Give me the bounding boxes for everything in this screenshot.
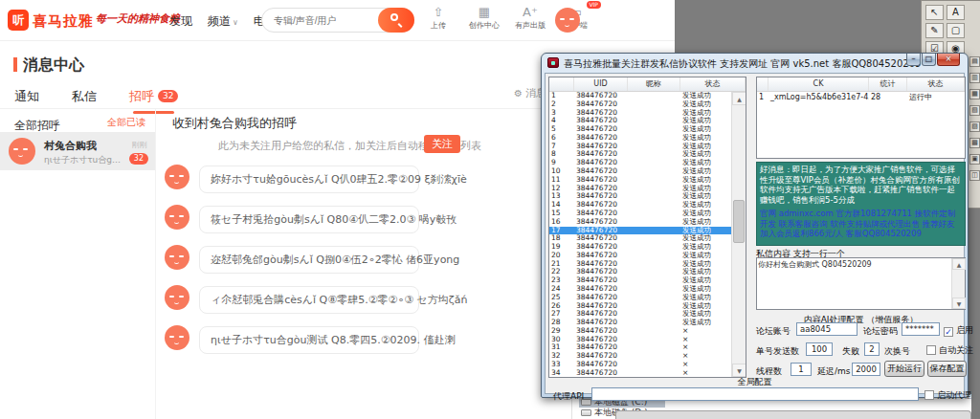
image-tool-icon[interactable]: ▩ <box>969 138 980 148</box>
uid-row[interactable]: 11384476720发送成功 <box>549 176 731 185</box>
uid-row[interactable]: 4384476720发送成功 <box>549 117 731 125</box>
menu-tool-icon[interactable]: ▨ <box>969 121 980 132</box>
creation-center-icon: ▦ <box>467 4 501 20</box>
uid-row[interactable]: 27384476720发送成功 <box>549 310 731 319</box>
uid-row[interactable]: 33384476720× <box>549 361 731 369</box>
uid-row[interactable]: 8384476720发送成功 <box>549 150 731 159</box>
enable-checkbox[interactable]: ✓启用 <box>944 324 973 337</box>
uid-row[interactable]: 22384476720发送成功 <box>549 268 731 276</box>
combo-tool-icon[interactable]: ▥ <box>969 73 980 83</box>
action-upload[interactable]: ⇧上传 <box>421 4 456 31</box>
uid-list-scrollbar[interactable]: ▲ ▼ <box>731 92 746 377</box>
cell-status: 发送成功 <box>680 125 731 134</box>
proxy-checkbox[interactable]: 启动代理 <box>924 389 971 402</box>
uid-row[interactable]: 3384476720发送成功 <box>549 109 731 118</box>
minimize-icon[interactable]: – <box>906 54 921 66</box>
uid-row[interactable]: 31384476720× <box>549 343 731 352</box>
uid-list-header[interactable]: UID昵称状态 <box>549 77 746 92</box>
follow-button[interactable]: 关注 <box>424 135 460 153</box>
timer-tool-icon[interactable]: ▣ <box>969 154 980 165</box>
fail-count-input[interactable] <box>864 342 880 356</box>
uid-row[interactable]: 5384476720发送成功 <box>549 125 731 134</box>
forum-password-input[interactable] <box>902 322 940 336</box>
uid-row[interactable]: 1384476720发送成功 <box>549 92 731 100</box>
promo-contact-text: 官网 adminxc.com 官方群1081274711 接软件定制开发 联系客… <box>760 209 962 239</box>
uid-row[interactable]: 26384476720发送成功 <box>549 302 731 311</box>
checkbox-icon: ✓ <box>944 327 953 337</box>
uid-row[interactable]: 20384476720发送成功 <box>549 252 731 260</box>
search-button[interactable] <box>378 8 414 33</box>
ck-row[interactable]: 1_xmLog=h5&4b6e31e7-4...28运行中 <box>757 92 965 102</box>
action-creation-center[interactable]: ▦创作中心 <box>467 4 501 31</box>
frame-tool-icon[interactable]: ▢ <box>947 23 965 38</box>
save-config-button[interactable]: 保存配置 <box>927 361 967 377</box>
maximize-icon[interactable]: □ <box>922 54 936 66</box>
uid-row[interactable]: 32384476720× <box>549 352 731 361</box>
delay-input[interactable] <box>852 363 880 376</box>
scrollbar-thumb[interactable] <box>733 200 745 243</box>
tab-tool-icon[interactable]: ▧ <box>969 105 980 116</box>
grid-tool-icon[interactable]: ▦ <box>969 89 980 99</box>
search-input[interactable] <box>274 12 374 28</box>
edit-tool-icon[interactable]: ✎ <box>925 23 944 38</box>
uid-row[interactable]: 17384476720发送成功 <box>549 227 731 235</box>
uid-row[interactable]: 10384476720发送成功 <box>549 167 731 176</box>
mark-all-read-link[interactable]: 全部已读 <box>107 116 145 129</box>
uid-row[interactable]: 13384476720发送成功 <box>549 192 731 201</box>
scroll-down-icon[interactable]: ▼ <box>952 298 966 309</box>
auto-follow-checkbox[interactable]: 自动关注 <box>926 344 973 357</box>
conversation-item[interactable]: 村兔合购我 刚刚 ηιせ子ホ寸τu合gòu测试 Q… 32 <box>0 132 155 170</box>
threads-input[interactable] <box>791 363 812 376</box>
uid-row[interactable]: 9384476720发送成功 <box>549 159 731 167</box>
conversation-sidebar: 全部招呼 全部已读 村兔合购我 刚刚 ηιせ子ホ寸τu合gòu测试 Q… 32 <box>0 109 156 419</box>
uid-row[interactable]: 2384476720发送成功 <box>549 100 731 109</box>
uid-row[interactable]: 25384476720发送成功 <box>549 294 731 302</box>
start-button[interactable]: 开始运行 <box>884 361 924 377</box>
scroll-up-icon[interactable]: ▲ <box>732 92 746 105</box>
ximalaya-logo-text[interactable]: 喜马拉雅 <box>33 12 94 31</box>
proxy-api-input[interactable] <box>591 387 919 401</box>
uid-row[interactable]: 29384476720× <box>549 327 731 336</box>
forum-account-input[interactable] <box>796 322 858 336</box>
cell-index: 25 <box>549 294 574 302</box>
scroll-down-icon[interactable]: ▼ <box>732 364 746 377</box>
uid-row[interactable]: 30384476720× <box>549 336 731 344</box>
nav-item-发现[interactable]: 发现 <box>169 13 192 30</box>
ck-list-header[interactable]: CK统计状态 <box>757 77 965 92</box>
cell-uid: 384476720 <box>574 336 628 344</box>
search-box <box>261 8 414 33</box>
list-tool-icon[interactable]: ▤ <box>969 56 980 67</box>
dialog-titlebar[interactable]: 喜马拉雅批量关注群发私信协议软件 支持发网址 官网 vk5.net 客服QQ80… <box>542 54 968 73</box>
nav-item-频道[interactable]: 频道∨ <box>208 13 238 30</box>
uid-row[interactable]: 24384476720发送成功 <box>549 285 731 294</box>
user-avatar[interactable] <box>555 8 580 33</box>
ximalaya-logo-icon[interactable]: 听 <box>8 10 29 31</box>
uid-row[interactable]: 14384476720发送成功 <box>549 201 731 210</box>
data-tool-icon[interactable]: ◫ <box>969 170 980 181</box>
private-message-input[interactable]: 你好村兔合购测式 Q804520209 <box>758 259 949 308</box>
uid-row[interactable]: 16384476720发送成功 <box>549 218 731 227</box>
scroll-up-icon[interactable]: ▲ <box>952 258 966 270</box>
vip-badge: VIP <box>587 1 602 9</box>
uid-row[interactable]: 7384476720发送成功 <box>549 143 731 151</box>
uid-row[interactable]: 19384476720发送成功 <box>549 243 731 252</box>
message-scrollbar[interactable]: ▲ ▼ <box>951 258 965 309</box>
uid-row[interactable]: 15384476720发送成功 <box>549 210 731 218</box>
cell-index: 31 <box>549 343 574 352</box>
action-audio-publish[interactable]: A⁺有声出版 <box>513 4 547 31</box>
cell-nick <box>628 285 680 294</box>
uid-row[interactable]: 18384476720发送成功 <box>549 234 731 243</box>
background-window-edge <box>615 410 971 419</box>
uid-row[interactable]: 6384476720发送成功 <box>549 134 731 143</box>
uid-row[interactable]: 28384476720发送成功 <box>549 319 731 327</box>
uid-row[interactable]: 21384476720发送成功 <box>549 260 731 269</box>
cat-avatar <box>9 138 35 165</box>
uid-row[interactable]: 23384476720发送成功 <box>549 276 731 285</box>
per-account-input[interactable] <box>806 342 833 356</box>
close-icon[interactable]: × <box>937 54 960 66</box>
select-cursor-icon[interactable]: ↖ <box>925 5 944 20</box>
uid-row[interactable]: 12384476720发送成功 <box>549 185 731 193</box>
conversation-time: 刚刚 <box>132 140 147 150</box>
label-tool-icon[interactable]: A <box>947 5 965 20</box>
cell-nick <box>628 227 680 235</box>
